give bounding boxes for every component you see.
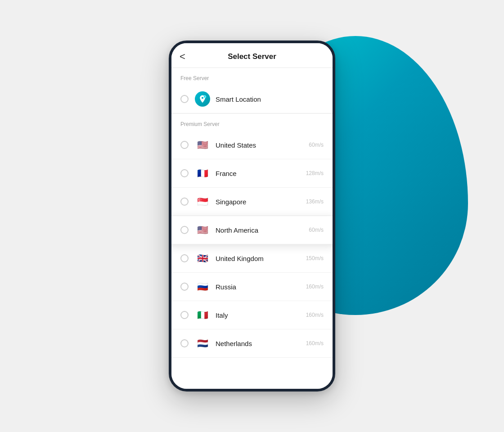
smart-location-radio[interactable]: [180, 95, 189, 103]
server-row-fr[interactable]: 🇫🇷 France 128m/s: [171, 159, 333, 188]
flag-ru: 🇷🇺: [195, 279, 210, 294]
phone-frame: < Select Server Free Server: [169, 40, 335, 392]
server-speed-ru: 160m/s: [306, 284, 324, 290]
radio-sg[interactable]: [180, 198, 189, 206]
server-speed-fr: 128m/s: [306, 170, 324, 176]
server-name-uk: United Kingdom: [216, 255, 306, 262]
server-speed-it: 160m/s: [306, 312, 324, 318]
premium-server-section-label: Premium Server: [171, 114, 333, 131]
phone-screen: < Select Server Free Server: [171, 43, 333, 389]
radio-na[interactable]: [180, 226, 189, 234]
server-name-fr: France: [216, 170, 306, 177]
radio-nl[interactable]: [180, 339, 189, 347]
flag-fr: 🇫🇷: [195, 166, 210, 181]
server-name-nl: Netherlands: [216, 340, 306, 347]
radio-us[interactable]: [180, 141, 189, 149]
flag-sg: 🇸🇬: [195, 194, 210, 209]
page-title: Select Server: [228, 52, 276, 61]
server-row-ru[interactable]: 🇷🇺 Russia 160m/s: [171, 273, 333, 301]
header: < Select Server: [171, 43, 333, 68]
smart-location-name: Smart Location: [216, 95, 324, 103]
radio-fr[interactable]: [180, 169, 189, 177]
server-row-na[interactable]: 🇺🇸 North America 60m/s: [171, 216, 333, 244]
server-row-nl[interactable]: 🇳🇱 Netherlands 160m/s: [171, 329, 333, 358]
flag-nl: 🇳🇱: [195, 336, 210, 351]
free-server-section-label: Free Server: [171, 68, 333, 85]
radio-it[interactable]: [180, 311, 189, 319]
server-row-sg[interactable]: 🇸🇬 Singapore 136m/s: [171, 188, 333, 216]
server-name-it: Italy: [216, 311, 306, 319]
radio-uk[interactable]: [180, 254, 189, 262]
server-row-uk[interactable]: 🇬🇧 United Kingdom 150m/s: [171, 244, 333, 273]
flag-it: 🇮🇹: [195, 307, 210, 323]
server-list: Free Server Smart Location P: [171, 68, 333, 387]
flag-na: 🇺🇸: [195, 222, 210, 238]
server-speed-sg: 136m/s: [306, 198, 324, 205]
smart-location-row[interactable]: Smart Location: [171, 85, 333, 113]
radio-ru[interactable]: [180, 283, 189, 291]
svg-point-0: [204, 96, 206, 98]
back-button[interactable]: <: [180, 52, 185, 62]
server-speed-na: 60m/s: [309, 227, 324, 233]
server-speed-nl: 160m/s: [306, 340, 324, 346]
flag-us: 🇺🇸: [195, 137, 210, 153]
smart-location-icon: [195, 91, 210, 107]
server-name-sg: Singapore: [216, 198, 306, 206]
server-speed-us: 60m/s: [309, 142, 324, 148]
phone-wrapper: < Select Server Free Server: [169, 40, 335, 392]
server-name-ru: Russia: [216, 283, 306, 291]
server-row-it[interactable]: 🇮🇹 Italy 160m/s: [171, 301, 333, 329]
server-speed-uk: 150m/s: [306, 255, 324, 261]
server-row-us[interactable]: 🇺🇸 United States 60m/s: [171, 131, 333, 159]
flag-uk: 🇬🇧: [195, 251, 210, 266]
server-name-us: United States: [216, 141, 309, 149]
server-name-na: North America: [216, 226, 309, 234]
scene: < Select Server Free Server: [0, 0, 504, 432]
